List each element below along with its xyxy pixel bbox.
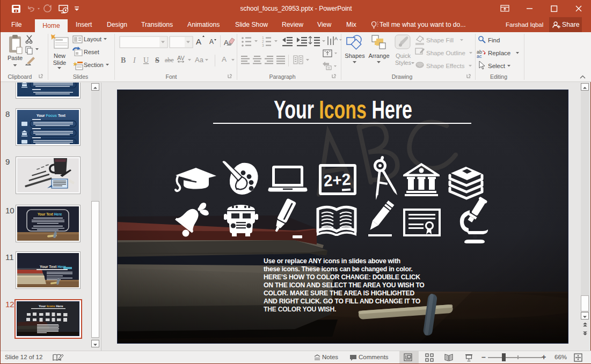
svg-text:B: B [121, 56, 126, 64]
svg-text:Your Text Here: Your Text Here [38, 212, 62, 216]
svg-text:Shape Effects: Shape Effects [426, 63, 465, 69]
svg-text:Paragraph: Paragraph [269, 73, 295, 80]
svg-text:1: 1 [262, 36, 264, 40]
svg-text:Slides: Slides [73, 73, 89, 80]
svg-text:Reset: Reset [84, 49, 99, 55]
svg-text:I: I [133, 56, 136, 64]
svg-text:A: A [196, 37, 201, 46]
svg-text:ac: ac [477, 54, 482, 59]
svg-text:A: A [209, 38, 214, 46]
svg-text:Find: Find [488, 37, 500, 43]
svg-text:Arrange: Arrange [368, 53, 389, 59]
svg-text:AV: AV [177, 55, 185, 61]
svg-text:Shape Fill: Shape Fill [426, 37, 454, 43]
svg-text:Your Text Here: Your Text Here [40, 265, 66, 269]
svg-text:2: 2 [262, 40, 264, 43]
svg-text:U: U [143, 56, 149, 64]
svg-text:Editing: Editing [490, 73, 507, 80]
svg-text:Aa: Aa [195, 56, 204, 64]
svg-text:Replace: Replace [488, 50, 510, 56]
svg-text:abe: abe [165, 56, 174, 64]
svg-text:Styles: Styles [395, 60, 411, 66]
svg-text:Layout: Layout [84, 36, 101, 42]
svg-text:3: 3 [262, 43, 264, 47]
svg-text:Select: Select [488, 63, 506, 69]
svg-text:A: A [222, 55, 227, 63]
svg-text:Paste: Paste [8, 55, 23, 61]
svg-text:Shape Outline: Shape Outline [426, 50, 465, 56]
svg-text:Quick: Quick [396, 53, 411, 59]
svg-text:New: New [54, 53, 65, 59]
svg-text:Clipboard: Clipboard [8, 73, 32, 80]
svg-text:Your Focus Text: Your Focus Text [37, 114, 65, 117]
svg-text:Your Icons Here: Your Icons Here [39, 304, 63, 308]
svg-text:Section: Section [84, 62, 104, 68]
svg-text:Shapes: Shapes [345, 53, 365, 59]
svg-text:Drawing: Drawing [392, 73, 413, 80]
svg-text:A: A [334, 36, 338, 41]
svg-text:Slide: Slide [53, 60, 66, 66]
svg-text:S: S [155, 56, 159, 64]
svg-text:Font: Font [165, 73, 177, 80]
